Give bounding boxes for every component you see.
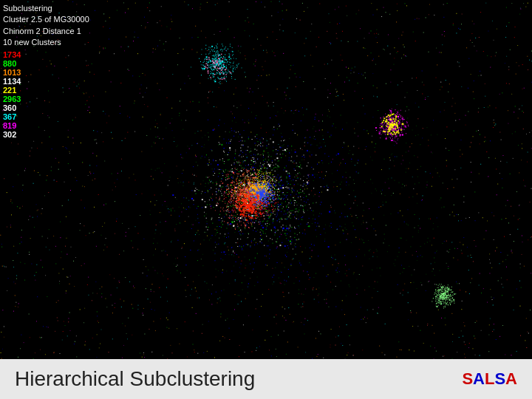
cluster-item: 302 xyxy=(3,130,21,139)
cluster-list: 1734880101311342212963360367819302 xyxy=(3,50,21,139)
cluster-item: 1013 xyxy=(3,68,21,77)
cluster-item: 367 xyxy=(3,112,21,121)
subclustering-label: Subclustering xyxy=(3,3,89,14)
cluster-item: 1134 xyxy=(3,77,21,86)
visualization-panel: Subclustering Cluster 2.5 of MG30000 Chi… xyxy=(0,0,532,359)
scatter-plot xyxy=(0,0,532,359)
cluster-item: 1734 xyxy=(3,50,21,59)
info-panel: Subclustering Cluster 2.5 of MG30000 Chi… xyxy=(3,3,89,49)
salsa-logo: SALSA xyxy=(462,369,517,389)
cluster-item: 221 xyxy=(3,86,21,95)
new-clusters-label: 10 new Clusters xyxy=(3,37,89,48)
cluster-item: 2963 xyxy=(3,95,21,103)
cluster-item: 360 xyxy=(3,103,21,112)
footer-title: Hierarchical Subclustering xyxy=(15,367,255,391)
cluster-info: Cluster 2.5 of MG30000 xyxy=(3,14,89,25)
footer: Hierarchical Subclustering SALSA xyxy=(0,359,532,399)
chinorm-info: Chinorm 2 Distance 1 xyxy=(3,26,89,37)
cluster-item: 880 xyxy=(3,59,21,68)
cluster-item: 819 xyxy=(3,121,21,130)
